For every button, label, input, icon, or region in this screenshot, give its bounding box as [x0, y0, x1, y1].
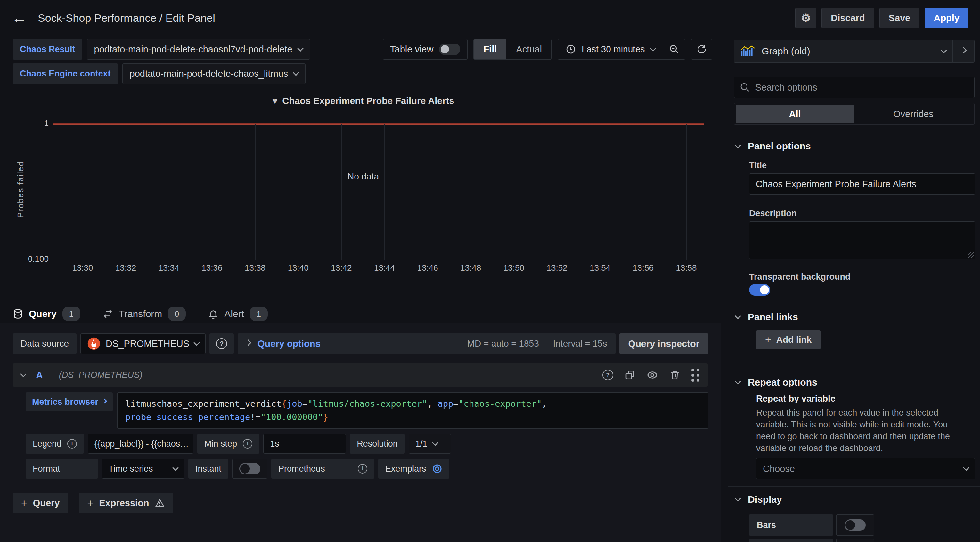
chevron-down-icon [735, 495, 741, 502]
promql-token: app [438, 399, 453, 409]
duplicate-query-icon[interactable] [625, 370, 635, 380]
metrics-browser-button[interactable]: Metrics browser [25, 392, 113, 412]
bars-label: Bars [749, 515, 833, 536]
promql-token: { [282, 399, 286, 409]
variable-row: Chaos Engine context podtato-main-pod-de… [13, 63, 310, 84]
min-step-label-text: Min step [204, 439, 237, 449]
transparent-background-toggle[interactable] [749, 284, 770, 296]
chevron-down-icon [193, 339, 200, 346]
visualization-picker: Graph (old) [734, 40, 975, 63]
clock-icon [566, 44, 576, 54]
zoom-out-button[interactable] [663, 40, 685, 59]
section-repeat-options[interactable]: Repeat options [736, 377, 817, 388]
toggle-options-pane-button[interactable] [953, 40, 974, 62]
promql-token: probe_success_percentage [125, 412, 250, 422]
page-title: Sock-Shop Performance / Edit Panel [38, 12, 215, 24]
legend-input[interactable]: {{app_label}} - {{chaos… [88, 434, 193, 454]
variable-value-chaos-result[interactable]: podtato-main-pod-delete-chaosnl7vd-pod-d… [87, 39, 310, 60]
add-query-label: Query [33, 498, 60, 509]
promql-editor[interactable]: litmuschaos_experiment_verdict{job="litm… [117, 392, 708, 429]
resolution-select[interactable]: 1/1 [409, 434, 451, 454]
chevron-down-icon [432, 440, 438, 446]
panel-title-input[interactable] [749, 173, 975, 195]
variable-value-text: podtato-main-pod-delete-chaos_litmus [130, 68, 288, 79]
query-help-icon[interactable]: ? [602, 369, 613, 380]
tab-overrides[interactable]: Overrides [854, 105, 973, 123]
x-tick-label: 13:58 [676, 263, 697, 273]
section-display[interactable]: Display [736, 494, 782, 505]
x-tick-label: 13:44 [374, 263, 395, 273]
promql-token: "litmus/chaos-exporter" [307, 399, 427, 409]
alert-heart-icon: ♥ [272, 95, 278, 106]
drag-handle-icon[interactable] [692, 369, 700, 382]
time-range-button[interactable]: Last 30 minutes [558, 44, 663, 54]
fill-option[interactable]: Fill [474, 40, 506, 59]
bars-option-row: Bars [749, 515, 874, 536]
plus-icon: + [88, 497, 94, 509]
query-options-link[interactable]: Query options [258, 339, 321, 349]
options-search-input[interactable] [755, 82, 969, 93]
query-options-summary: MD = auto = 1853 Interval = 15s [467, 339, 607, 349]
description-textarea[interactable] [749, 222, 975, 259]
actual-option[interactable]: Actual [506, 40, 552, 59]
series-line-probe-failure [53, 123, 704, 125]
datasource-picker[interactable]: DS_PROMETHEUS [80, 333, 205, 354]
visualization-button[interactable]: Graph (old) [734, 40, 953, 62]
plot-area[interactable]: No data [53, 124, 704, 260]
tab-alert[interactable]: Alert 1 [208, 304, 268, 323]
search-icon [740, 82, 750, 92]
section-panel-options[interactable]: Panel options [736, 141, 811, 152]
save-button[interactable]: Save [880, 8, 920, 28]
gridline [428, 124, 428, 260]
add-link-button[interactable]: + Add link [756, 330, 821, 349]
repeat-description: Repeat this panel for each value in the … [756, 407, 967, 454]
x-tick-label: 13:40 [288, 263, 309, 273]
promql-token: = [453, 399, 458, 409]
variable-row: Chaos Result podtato-main-pod-delete-cha… [13, 39, 310, 60]
x-tick-label: 13:32 [115, 263, 136, 273]
datasource-help-button[interactable]: ? [210, 333, 234, 354]
query-ref-id: A [36, 369, 43, 380]
tab-query[interactable]: Query 1 [13, 304, 80, 323]
resolution-value: 1/1 [415, 439, 428, 449]
tab-transform[interactable]: Transform 0 [103, 304, 186, 323]
table-view-toggle[interactable] [439, 43, 460, 55]
max-data-points: MD = auto = 1853 [467, 339, 539, 349]
hide-query-eye-icon[interactable] [647, 370, 658, 380]
refresh-button[interactable] [691, 39, 712, 60]
instant-toggle[interactable] [239, 463, 260, 474]
query-editor-panel: Data source DS_PROMETHEUS ? Query option… [0, 323, 721, 542]
add-query-button[interactable]: + Query [13, 493, 68, 513]
min-step-input[interactable]: 1s [263, 434, 346, 454]
section-panel-links[interactable]: Panel links [736, 312, 798, 323]
x-axis: 13:3013:3213:3413:3613:3813:4013:4213:44… [53, 263, 704, 276]
description-label: Description [749, 209, 797, 219]
panel-settings-button[interactable]: ⚙ [795, 8, 816, 28]
promql-token: } [323, 412, 328, 422]
promql-token: "chaos-exporter" [459, 399, 542, 409]
apply-button[interactable]: Apply [924, 8, 969, 28]
exemplars-bullseye-icon[interactable] [432, 464, 442, 474]
prometheus-type-label: Prometheus i [271, 459, 374, 479]
delete-query-trash-icon[interactable] [670, 370, 680, 380]
query-options-bar[interactable]: Query options MD = auto = 1853 Interval … [238, 333, 616, 354]
repeat-variable-select[interactable]: Choose [756, 458, 975, 479]
variable-value-chaos-engine-context[interactable]: podtato-main-pod-delete-chaos_litmus [123, 63, 306, 84]
discard-button[interactable]: Discard [821, 8, 874, 28]
panel-title: ♥Chaos Experiment Probe Failure Alerts [0, 95, 726, 106]
top-bar-actions: ⚙ Discard Save Apply [795, 8, 969, 28]
chevron-down-icon [650, 45, 656, 52]
bars-toggle[interactable] [845, 519, 865, 531]
query-row-header[interactable]: A (DS_PROMETHEUS) ? [13, 363, 708, 387]
query-inspector-button[interactable]: Query inspector [619, 333, 708, 354]
legend-label: Legend i [25, 434, 84, 454]
graph-viz-icon [740, 45, 755, 57]
add-expression-button[interactable]: + Expression [79, 493, 173, 513]
toggle-knob [441, 45, 449, 54]
gridline [514, 124, 514, 260]
promql-token: "100.000000" [261, 412, 323, 422]
format-select[interactable]: Time series [102, 459, 185, 479]
tab-all[interactable]: All [736, 105, 854, 123]
back-arrow-icon[interactable]: ← [11, 10, 27, 25]
section-header-text: Repeat options [748, 377, 817, 388]
